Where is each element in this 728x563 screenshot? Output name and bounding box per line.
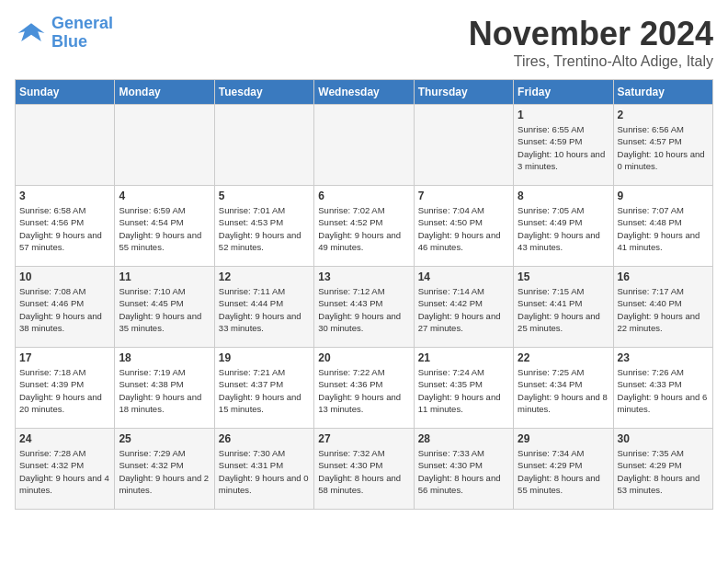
day-number: 5 [219, 190, 310, 202]
day-number: 16 [618, 270, 709, 283]
day-info: Sunrise: 7:30 AMSunset: 4:31 PMDaylight:… [219, 448, 309, 495]
calendar-cell: 8 Sunrise: 7:05 AMSunset: 4:49 PMDayligh… [514, 186, 613, 267]
logo-line2: Blue [51, 32, 87, 51]
calendar-cell [16, 105, 115, 186]
calendar-week-row: 3 Sunrise: 6:58 AMSunset: 4:56 PMDayligh… [16, 186, 713, 267]
day-info: Sunrise: 7:21 AMSunset: 4:37 PMDaylight:… [219, 367, 301, 414]
calendar-cell: 23 Sunrise: 7:26 AMSunset: 4:33 PMDaylig… [613, 348, 712, 429]
calendar-cell [214, 105, 313, 186]
calendar-cell: 24 Sunrise: 7:28 AMSunset: 4:32 PMDaylig… [16, 429, 115, 510]
day-info: Sunrise: 7:04 AMSunset: 4:50 PMDaylight:… [418, 205, 501, 252]
logo-icon [15, 17, 48, 50]
day-number: 18 [119, 351, 210, 364]
day-info: Sunrise: 7:11 AMSunset: 4:44 PMDaylight:… [219, 286, 301, 333]
calendar-cell: 13 Sunrise: 7:12 AMSunset: 4:43 PMDaylig… [314, 267, 414, 348]
day-info: Sunrise: 7:28 AMSunset: 4:32 PMDaylight:… [19, 448, 109, 495]
calendar-cell: 3 Sunrise: 6:58 AMSunset: 4:56 PMDayligh… [16, 186, 115, 267]
day-number: 20 [318, 351, 409, 364]
weekday-header-wednesday: Wednesday [314, 80, 414, 105]
day-number: 9 [618, 190, 709, 202]
weekday-header-thursday: Thursday [414, 80, 513, 105]
day-info: Sunrise: 7:35 AMSunset: 4:29 PMDaylight:… [618, 448, 700, 495]
calendar-week-row: 17 Sunrise: 7:18 AMSunset: 4:39 PMDaylig… [16, 348, 713, 429]
calendar-cell: 25 Sunrise: 7:29 AMSunset: 4:32 PMDaylig… [115, 429, 214, 510]
calendar-cell: 27 Sunrise: 7:32 AMSunset: 4:30 PMDaylig… [314, 429, 414, 510]
day-number: 1 [518, 109, 609, 121]
weekday-header-tuesday: Tuesday [214, 80, 313, 105]
calendar-cell: 29 Sunrise: 7:34 AMSunset: 4:29 PMDaylig… [514, 429, 613, 510]
day-number: 8 [518, 190, 609, 202]
day-info: Sunrise: 7:29 AMSunset: 4:32 PMDaylight:… [119, 448, 209, 495]
day-number: 7 [418, 190, 509, 202]
weekday-header-sunday: Sunday [16, 80, 115, 105]
day-info: Sunrise: 7:15 AMSunset: 4:41 PMDaylight:… [518, 286, 600, 333]
calendar-cell: 22 Sunrise: 7:25 AMSunset: 4:34 PMDaylig… [514, 348, 613, 429]
calendar-week-row: 10 Sunrise: 7:08 AMSunset: 4:46 PMDaylig… [16, 267, 713, 348]
day-number: 15 [518, 270, 609, 283]
day-number: 17 [19, 351, 110, 364]
day-info: Sunrise: 7:25 AMSunset: 4:34 PMDaylight:… [518, 367, 608, 414]
logo: General Blue [15, 15, 113, 52]
day-info: Sunrise: 7:32 AMSunset: 4:30 PMDaylight:… [318, 448, 401, 495]
calendar-cell: 11 Sunrise: 7:10 AMSunset: 4:45 PMDaylig… [115, 267, 214, 348]
day-number: 2 [618, 109, 709, 121]
calendar-cell: 21 Sunrise: 7:24 AMSunset: 4:35 PMDaylig… [414, 348, 513, 429]
calendar-cell: 18 Sunrise: 7:19 AMSunset: 4:38 PMDaylig… [115, 348, 214, 429]
page-header: General Blue November 2024 Tires, Trenti… [15, 15, 713, 70]
day-number: 22 [518, 351, 609, 364]
day-number: 6 [318, 190, 409, 202]
calendar-cell: 10 Sunrise: 7:08 AMSunset: 4:46 PMDaylig… [16, 267, 115, 348]
day-info: Sunrise: 7:08 AMSunset: 4:46 PMDaylight:… [19, 286, 102, 333]
calendar-cell: 4 Sunrise: 6:59 AMSunset: 4:54 PMDayligh… [115, 186, 214, 267]
calendar-cell [115, 105, 214, 186]
day-number: 28 [418, 432, 509, 445]
day-number: 26 [219, 432, 310, 445]
day-info: Sunrise: 7:17 AMSunset: 4:40 PMDaylight:… [618, 286, 700, 333]
day-info: Sunrise: 7:02 AMSunset: 4:52 PMDaylight:… [318, 205, 401, 252]
svg-marker-0 [18, 23, 45, 41]
day-info: Sunrise: 7:33 AMSunset: 4:30 PMDaylight:… [418, 448, 501, 495]
day-number: 25 [119, 432, 210, 445]
day-number: 30 [618, 432, 709, 445]
day-number: 12 [219, 270, 310, 283]
day-info: Sunrise: 7:22 AMSunset: 4:36 PMDaylight:… [318, 367, 401, 414]
day-info: Sunrise: 6:55 AMSunset: 4:59 PMDaylight:… [518, 124, 605, 171]
weekday-header-monday: Monday [115, 80, 214, 105]
day-info: Sunrise: 7:10 AMSunset: 4:45 PMDaylight:… [119, 286, 201, 333]
day-info: Sunrise: 7:34 AMSunset: 4:29 PMDaylight:… [518, 448, 600, 495]
title-block: November 2024 Tires, Trentino-Alto Adige… [469, 15, 713, 70]
day-info: Sunrise: 7:07 AMSunset: 4:48 PMDaylight:… [618, 205, 700, 252]
calendar-cell: 9 Sunrise: 7:07 AMSunset: 4:48 PMDayligh… [613, 186, 712, 267]
logo-text: General Blue [51, 15, 113, 52]
calendar-cell: 1 Sunrise: 6:55 AMSunset: 4:59 PMDayligh… [514, 105, 613, 186]
calendar-cell: 2 Sunrise: 6:56 AMSunset: 4:57 PMDayligh… [613, 105, 712, 186]
day-number: 3 [19, 190, 110, 202]
calendar-cell [414, 105, 513, 186]
day-number: 29 [518, 432, 609, 445]
location-title: Tires, Trentino-Alto Adige, Italy [469, 53, 713, 70]
calendar-cell: 12 Sunrise: 7:11 AMSunset: 4:44 PMDaylig… [214, 267, 313, 348]
day-info: Sunrise: 6:59 AMSunset: 4:54 PMDaylight:… [119, 205, 201, 252]
day-number: 14 [418, 270, 509, 283]
day-info: Sunrise: 7:14 AMSunset: 4:42 PMDaylight:… [418, 286, 501, 333]
day-info: Sunrise: 6:56 AMSunset: 4:57 PMDaylight:… [618, 124, 705, 171]
calendar-cell: 30 Sunrise: 7:35 AMSunset: 4:29 PMDaylig… [613, 429, 712, 510]
calendar-cell: 15 Sunrise: 7:15 AMSunset: 4:41 PMDaylig… [514, 267, 613, 348]
calendar-table: SundayMondayTuesdayWednesdayThursdayFrid… [15, 79, 713, 510]
month-title: November 2024 [469, 15, 713, 53]
day-number: 24 [19, 432, 110, 445]
day-number: 27 [318, 432, 409, 445]
calendar-cell: 16 Sunrise: 7:17 AMSunset: 4:40 PMDaylig… [613, 267, 712, 348]
day-number: 21 [418, 351, 509, 364]
logo-line1: General [51, 14, 113, 32]
calendar-cell: 14 Sunrise: 7:14 AMSunset: 4:42 PMDaylig… [414, 267, 513, 348]
calendar-cell: 7 Sunrise: 7:04 AMSunset: 4:50 PMDayligh… [414, 186, 513, 267]
calendar-cell [314, 105, 414, 186]
day-number: 10 [19, 270, 110, 283]
calendar-cell: 20 Sunrise: 7:22 AMSunset: 4:36 PMDaylig… [314, 348, 414, 429]
day-number: 13 [318, 270, 409, 283]
calendar-cell: 26 Sunrise: 7:30 AMSunset: 4:31 PMDaylig… [214, 429, 313, 510]
day-info: Sunrise: 7:19 AMSunset: 4:38 PMDaylight:… [119, 367, 201, 414]
day-number: 19 [219, 351, 310, 364]
day-info: Sunrise: 7:26 AMSunset: 4:33 PMDaylight:… [618, 367, 708, 414]
